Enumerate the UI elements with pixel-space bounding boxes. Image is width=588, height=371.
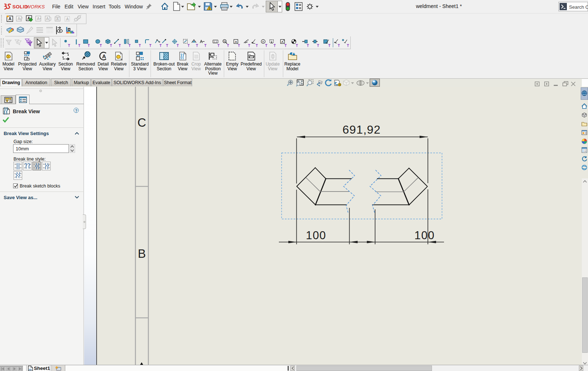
- svg-text:A: A: [235, 40, 237, 44]
- svg-text:A: A: [262, 40, 264, 43]
- svg-text:B: B: [138, 247, 146, 260]
- svg-text:WORKS: WORKS: [26, 4, 45, 9]
- svg-text:100: 100: [414, 229, 435, 242]
- svg-text:691,92: 691,92: [342, 123, 381, 136]
- svg-text:C: C: [137, 116, 146, 129]
- svg-text:A: A: [46, 16, 49, 21]
- svg-text:S: S: [339, 83, 341, 86]
- svg-text:N: N: [224, 40, 226, 43]
- svg-text:A: A: [8, 16, 12, 21]
- svg-text:A: A: [66, 17, 69, 21]
- svg-text:100: 100: [306, 229, 326, 242]
- svg-text:A: A: [37, 16, 40, 21]
- svg-text:0.3: 0.3: [214, 40, 217, 43]
- svg-text:A: A: [56, 17, 59, 21]
